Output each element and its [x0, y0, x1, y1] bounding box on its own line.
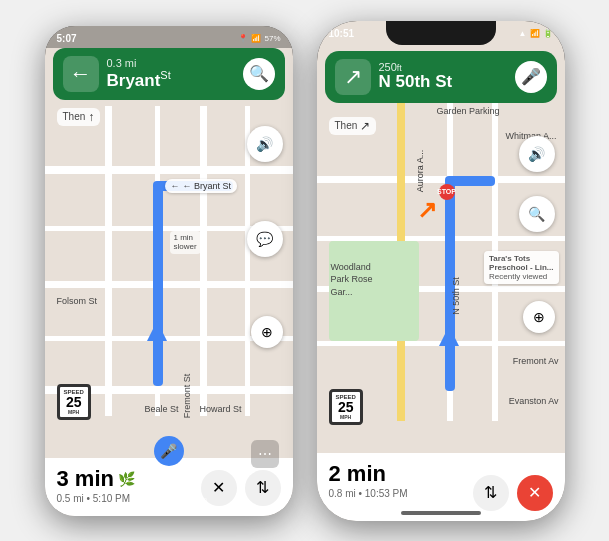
bryant-arrow: ← [171, 181, 180, 191]
iphone-speed-num: 25 [336, 400, 356, 414]
iphone-cancel-button[interactable]: ✕ [517, 475, 553, 511]
map-road-v1 [105, 106, 112, 416]
iphone-home-bar [401, 511, 481, 515]
fremont-label-iphone: Fremont Av [513, 356, 559, 366]
recently-viewed-text: Recently viewed [489, 272, 553, 281]
iphone-then-arrow: ↗ [360, 119, 370, 133]
messages-icon: 💬 [256, 231, 273, 247]
iphone-recenter-button[interactable]: ⊕ [523, 301, 555, 333]
iphone-road-h1 [317, 176, 565, 183]
android-nav-arrow-box: ← [63, 56, 99, 92]
n50th-label: N 50th St [450, 277, 460, 315]
android-status-icons: 📍 📶 57% [238, 34, 280, 43]
route-line-v [153, 186, 163, 386]
recenter-icon: ⊕ [261, 324, 273, 340]
iphone-nav-turn-arrow: ↗ [344, 64, 362, 90]
iphone-nav-header: ↗ 250ft N 50th St 🎤 [325, 51, 557, 103]
android-nav-street: BryantSt [107, 69, 235, 90]
android-home-btn[interactable]: ○ [166, 494, 174, 510]
iphone-nav-arrow-box: ↗ [335, 59, 371, 95]
beale-label: Beale St [145, 404, 179, 414]
iphone-time: 10:51 [329, 28, 355, 39]
android-apps-btn[interactable]: □ [198, 494, 206, 510]
fremont-label: Fremont St [182, 373, 192, 418]
android-nav-turn-arrow: ← [70, 61, 92, 87]
android-recenter-button[interactable]: ⊕ [251, 316, 283, 348]
iphone-battery-icon: 🔋 [543, 29, 553, 38]
location-icon: 📍 [238, 34, 248, 43]
iphone-search-button[interactable]: 🔍 [519, 196, 555, 232]
android-nav-header: ← 0.3 mi BryantSt 🔍 [53, 48, 285, 100]
android-status-bar: 5:07 📍 📶 57% [45, 26, 293, 48]
android-eta-leaf: 🌿 [118, 471, 135, 487]
android-then-arrow: ↑ [88, 110, 94, 124]
iphone-status-icons: ▲ 📶 🔋 [519, 29, 553, 38]
iphone-signal-icon: ▲ [519, 29, 527, 38]
evanston-label: Evanston Av [509, 396, 559, 406]
search-icon: 🔍 [528, 206, 545, 222]
map-road-h3 [45, 281, 293, 288]
android-then-row: Then ↑ [57, 108, 101, 126]
iphone-eta-minutes: 2 min [329, 461, 386, 486]
recenter-icon: ⊕ [533, 309, 545, 325]
android-nav-buttons: ◁ ○ □ [45, 494, 293, 512]
map-road-h1 [45, 166, 293, 174]
iphone-nav-street: N 50th St [379, 73, 507, 92]
android-nav-info: 0.3 mi BryantSt [107, 57, 235, 90]
iphone-mic-button[interactable]: 🎤 [515, 61, 547, 93]
android-apps-grid[interactable]: ⋯ [251, 440, 279, 468]
iphone-wifi-icon: 📶 [530, 29, 540, 38]
folsom-label: Folsom St [57, 296, 98, 306]
mic-icon: 🎤 [521, 67, 541, 86]
android-google-mic[interactable]: 🎤 [154, 436, 184, 466]
android-then-label: Then [63, 111, 86, 122]
cancel-icon: ✕ [528, 483, 541, 502]
iphone-road-h2 [317, 236, 565, 241]
bryant-st-pill: ← ← Bryant St [165, 179, 238, 193]
iphone-routes-button[interactable]: ⇅ [473, 475, 509, 511]
iphone-nav-info: 250ft N 50th St [379, 61, 507, 92]
android-back-btn[interactable]: ◁ [131, 494, 142, 510]
routes-icon: ⇅ [484, 483, 497, 502]
nav-position-arrow [147, 321, 167, 341]
android-eta-minutes: 3 min [57, 466, 114, 492]
android-messages-button[interactable]: 💬 [247, 221, 283, 257]
mic-icon: 🎤 [160, 443, 177, 459]
apps-icon: ⋯ [258, 446, 272, 462]
signal-icon: 📶 [251, 34, 261, 43]
iphone-eta-actions: ⇅ ✕ [473, 475, 553, 511]
garden-parking-label: Garden Parking [437, 106, 500, 116]
iphone-speed-sign: SPEED 25 MPH [329, 389, 363, 425]
sound-icon: 🔊 [256, 136, 273, 152]
slower-label: 1 minslower [170, 231, 201, 254]
android-speed-sign: SPEED 25 MPH [57, 384, 91, 420]
battery-icon: 57% [264, 34, 280, 43]
android-phone: ← ← Bryant St 1 minslower Folsom St Frem… [45, 26, 293, 516]
iphone-phone: STOP ↗ Garden Parking Whitman A... Auror… [317, 21, 565, 521]
android-nav-distance: 0.3 mi [107, 57, 235, 69]
sound-icon: 🔊 [528, 146, 545, 162]
map-road-v3 [200, 106, 207, 416]
android-sound-button[interactable]: 🔊 [247, 126, 283, 162]
iphone-route-h [445, 176, 495, 186]
iphone-then-label: Then [335, 120, 358, 131]
iphone-sound-button[interactable]: 🔊 [519, 136, 555, 172]
iphone-stop-sign: STOP [439, 184, 455, 200]
aurora-label: Aurora A... [415, 149, 425, 192]
speed-sign-number: 25 [64, 395, 84, 409]
android-search-button[interactable]: 🔍 [243, 58, 275, 90]
iphone-then-row: Then ↗ [329, 117, 377, 135]
tara-tots-label: Tara's TotsPreschool - Lin... [489, 254, 553, 272]
howard-label: Howard St [200, 404, 242, 414]
iphone-map-turn-arrow: ↗ [417, 196, 437, 224]
iphone-notch [386, 21, 496, 45]
woodland-label: WoodlandPark RoseGar... [331, 261, 373, 299]
recently-viewed-label: Tara's TotsPreschool - Lin... Recently v… [484, 251, 558, 284]
iphone-nav-position [439, 326, 459, 346]
android-time: 5:07 [57, 33, 77, 44]
search-icon: 🔍 [249, 64, 269, 83]
